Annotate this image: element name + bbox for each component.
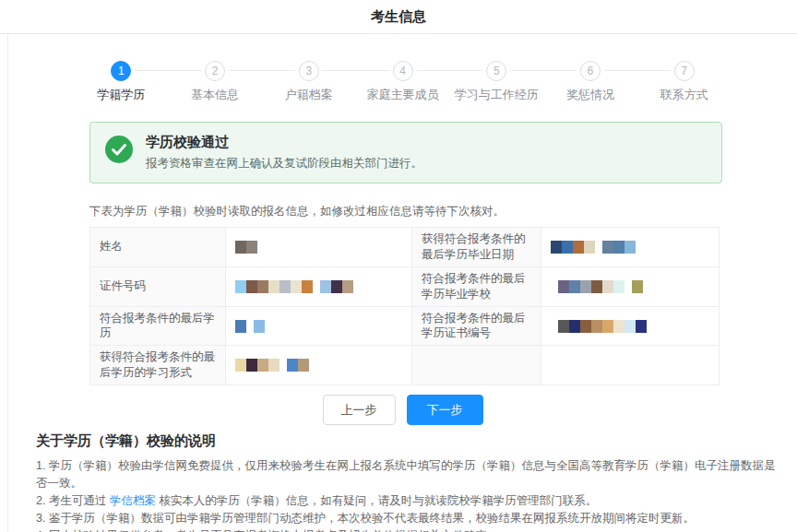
field-value-empty	[541, 346, 720, 385]
field-value-grad-date	[541, 228, 720, 267]
wizard-buttons: 上一步 下一步	[8, 395, 797, 425]
step-connector	[229, 70, 262, 71]
step-5-circle: 5	[486, 61, 506, 81]
redacted-value	[551, 319, 647, 332]
step-connector	[543, 70, 577, 71]
step-connector	[510, 70, 543, 71]
step-4[interactable]: 4 家庭主要成员	[356, 60, 450, 103]
main-panel: 1 学籍学历 2 基本信息 3 户籍档案 4 家庭主要成员 5 学习与工作经历 …	[7, 34, 797, 532]
footer-item-4: 4. 网上校验结果仅供参考，考生是否具有报考资格由报考点及招生单位根据相关文件确…	[36, 527, 784, 532]
footer-item-2-text: 核实本人的学历（学籍）信息，如有疑问，请及时与就读院校学籍学历管理部门联系。	[156, 494, 597, 507]
step-label: 奖惩情况	[543, 87, 637, 103]
field-value-cert-number	[541, 306, 720, 346]
step-label: 户籍档案	[262, 87, 356, 103]
page-title: 考生信息	[371, 8, 426, 26]
step-4-circle: 4	[393, 61, 413, 81]
field-label-empty	[412, 346, 541, 385]
step-connector	[75, 70, 108, 71]
redacted-value	[235, 319, 265, 332]
step-6[interactable]: 6 奖惩情况	[543, 60, 637, 103]
step-label: 家庭主要成员	[356, 87, 450, 103]
step-connector	[698, 70, 732, 71]
step-2-circle: 2	[205, 61, 225, 81]
step-7[interactable]: 7 联系方式	[637, 60, 732, 103]
footer-notes: 关于学历（学籍）校验的说明 1. 学历（学籍）校验由学信网免费提供，仅用来校验考…	[36, 432, 784, 532]
page-header: 考生信息	[0, 0, 797, 34]
field-value-id-number	[226, 266, 412, 306]
footer-item-2-text: 2. 考生可通过	[36, 494, 110, 507]
step-label: 基本信息	[168, 87, 262, 103]
footer-item-3: 3. 鉴于学历（学籍）数据可由学籍学历管理部门动态维护，本次校验不代表最终结果，…	[36, 510, 784, 527]
verification-success-alert: 学历校验通过 报考资格审查在网上确认及复试阶段由相关部门进行。	[89, 122, 722, 183]
field-label-name: 姓名	[90, 228, 226, 267]
stepper: 1 学籍学历 2 基本信息 3 户籍档案 4 家庭主要成员 5 学习与工作经历 …	[75, 60, 732, 103]
redacted-value	[235, 359, 309, 372]
xuexin-archive-link[interactable]: 学信档案	[110, 494, 156, 507]
step-connector	[262, 70, 295, 71]
alert-title: 学历校验通过	[146, 134, 422, 151]
step-connector	[637, 70, 671, 71]
alert-description: 报考资格审查在网上确认及复试阶段由相关部门进行。	[146, 156, 422, 171]
next-step-button[interactable]: 下一步	[407, 395, 483, 425]
step-6-circle: 6	[580, 61, 601, 81]
step-3-circle: 3	[299, 61, 319, 81]
table-row: 姓名 获得符合报考条件的最后学历毕业日期	[90, 228, 720, 267]
step-2[interactable]: 2 基本信息	[168, 60, 262, 103]
step-3[interactable]: 3 户籍档案	[262, 60, 356, 103]
step-7-circle: 7	[674, 61, 695, 81]
field-value-last-degree	[226, 306, 412, 346]
redacted-value	[551, 241, 636, 254]
redacted-value	[235, 241, 257, 254]
step-5[interactable]: 5 学习与工作经历	[449, 60, 543, 103]
step-connector	[135, 70, 168, 71]
field-value-grad-school	[541, 266, 720, 306]
step-label: 学籍学历	[75, 87, 169, 103]
table-row: 获得符合报考条件的最后学历的学习形式	[90, 346, 720, 385]
field-label-grad-date: 获得符合报考条件的最后学历毕业日期	[412, 228, 541, 267]
step-label: 联系方式	[637, 87, 732, 103]
step-1[interactable]: 1 学籍学历	[75, 60, 169, 103]
step-label: 学习与工作经历	[449, 87, 543, 103]
success-check-icon	[105, 136, 133, 163]
step-connector	[356, 70, 389, 71]
footer-heading: 关于学历（学籍）校验的说明	[36, 432, 784, 450]
step-connector	[604, 70, 637, 71]
field-label-study-form: 获得符合报考条件的最后学历的学习形式	[90, 346, 226, 385]
redacted-value	[551, 279, 643, 292]
field-value-study-form	[226, 346, 412, 385]
field-label-id-number: 证件号码	[90, 266, 226, 306]
footer-item-2: 2. 考生可通过 学信档案 核实本人的学历（学籍）信息，如有疑问，请及时与就读院…	[36, 492, 784, 510]
field-label-grad-school: 符合报考条件的最后学历毕业学校	[412, 266, 541, 306]
table-row: 符合报考条件的最后学历 符合报考条件的最后学历证书编号	[90, 306, 720, 346]
table-note: 下表为学历（学籍）校验时读取的报名信息，如修改过相应信息请等待下次核对。	[89, 204, 797, 219]
footer-item-1: 1. 学历（学籍）校验由学信网免费提供，仅用来校验考生在网上报名系统中填写的学历…	[36, 457, 784, 492]
step-1-circle: 1	[111, 61, 131, 81]
alert-text: 学历校验通过 报考资格审查在网上确认及复试阶段由相关部门进行。	[146, 134, 422, 171]
field-label-last-degree: 符合报考条件的最后学历	[90, 306, 226, 346]
step-connector	[449, 70, 482, 71]
table-row: 证件号码 符合报考条件的最后学历毕业学校	[90, 266, 720, 306]
step-connector	[323, 70, 356, 71]
redacted-value	[235, 279, 353, 292]
field-label-cert-number: 符合报考条件的最后学历证书编号	[412, 306, 541, 346]
candidate-info-table: 姓名 获得符合报考条件的最后学历毕业日期 证件号码 符合报考条件的最后学历毕业学…	[89, 227, 720, 385]
step-connector	[168, 70, 201, 71]
prev-step-button[interactable]: 上一步	[323, 395, 396, 425]
field-value-name	[226, 228, 412, 267]
step-connector	[417, 70, 450, 71]
